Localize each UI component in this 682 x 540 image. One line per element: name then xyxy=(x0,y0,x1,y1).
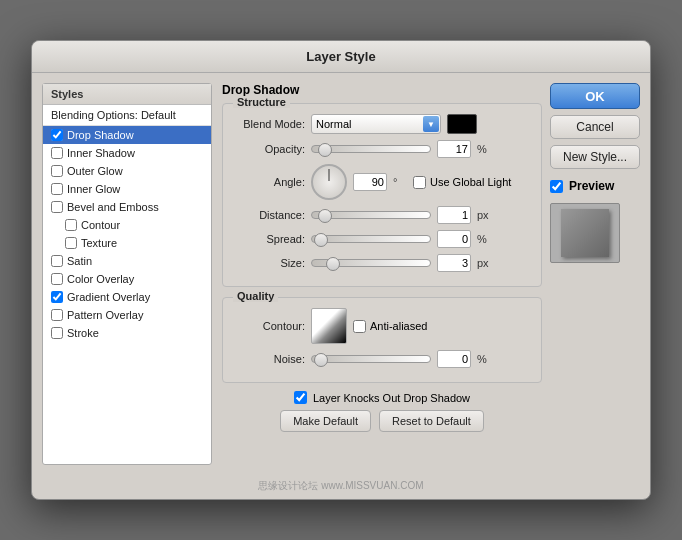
opacity-slider-thumb xyxy=(318,143,332,157)
size-row: Size: 3 px xyxy=(235,254,529,272)
layer-style-dialog: Layer Style Styles Blending Options: Def… xyxy=(31,40,651,500)
angle-input[interactable]: 90 xyxy=(353,173,387,191)
blend-mode-select-wrap[interactable]: Normal Multiply Screen xyxy=(311,114,441,134)
noise-input[interactable]: 0 xyxy=(437,350,471,368)
blend-mode-select[interactable]: Normal Multiply Screen xyxy=(311,114,441,134)
sidebar-item-drop-shadow[interactable]: Drop Shadow xyxy=(43,126,211,144)
contour-row: Contour: Anti-aliased xyxy=(235,308,529,344)
distance-row: Distance: 1 px xyxy=(235,206,529,224)
opacity-input[interactable]: 17 xyxy=(437,140,471,158)
sidebar-item-pattern-overlay[interactable]: Pattern Overlay xyxy=(43,306,211,324)
size-slider[interactable] xyxy=(311,259,431,267)
satin-checkbox[interactable] xyxy=(51,255,63,267)
blending-options-item[interactable]: Blending Options: Default xyxy=(43,105,211,126)
anti-aliased-checkbox[interactable] xyxy=(353,320,366,333)
noise-slider[interactable] xyxy=(311,355,431,363)
noise-label: Noise: xyxy=(235,353,305,365)
angle-dial[interactable] xyxy=(311,164,347,200)
stroke-checkbox[interactable] xyxy=(51,327,63,339)
angle-row: Angle: 90 ° Use Global Light xyxy=(235,164,529,200)
size-slider-thumb xyxy=(326,257,340,271)
spread-unit: % xyxy=(477,233,491,245)
noise-slider-thumb xyxy=(314,353,328,367)
cancel-button[interactable]: Cancel xyxy=(550,115,640,139)
quality-title: Quality xyxy=(233,290,278,302)
preview-box xyxy=(550,203,620,263)
texture-checkbox[interactable] xyxy=(65,237,77,249)
size-label: Size: xyxy=(235,257,305,269)
bottom-area: Layer Knocks Out Drop Shadow Make Defaul… xyxy=(222,391,542,432)
sidebar-item-inner-shadow[interactable]: Inner Shadow xyxy=(43,144,211,162)
blend-mode-label: Blend Mode: xyxy=(235,118,305,130)
blend-mode-row: Blend Mode: Normal Multiply Screen xyxy=(235,114,529,134)
main-content: Drop Shadow Structure Blend Mode: Normal… xyxy=(222,83,542,465)
anti-alias-row: Anti-aliased xyxy=(353,320,427,333)
spread-slider-thumb xyxy=(314,233,328,247)
global-light-label: Use Global Light xyxy=(430,176,511,188)
gradient-overlay-checkbox[interactable] xyxy=(51,291,63,303)
sidebar-item-gradient-overlay[interactable]: Gradient Overlay xyxy=(43,288,211,306)
new-style-button[interactable]: New Style... xyxy=(550,145,640,169)
distance-unit: px xyxy=(477,209,491,221)
distance-label: Distance: xyxy=(235,209,305,221)
right-and-buttons: Drop Shadow Structure Blend Mode: Normal… xyxy=(222,83,640,465)
sidebar-item-outer-glow[interactable]: Outer Glow xyxy=(43,162,211,180)
distance-input[interactable]: 1 xyxy=(437,206,471,224)
layer-knocks-checkbox[interactable] xyxy=(294,391,307,404)
layer-knocks-label: Layer Knocks Out Drop Shadow xyxy=(313,392,470,404)
styles-header: Styles xyxy=(43,84,211,105)
size-unit: px xyxy=(477,257,491,269)
spread-input[interactable]: 0 xyxy=(437,230,471,248)
angle-line xyxy=(329,169,330,181)
spread-label: Spread: xyxy=(235,233,305,245)
sidebar-item-stroke[interactable]: Stroke xyxy=(43,324,211,342)
bevel-emboss-checkbox[interactable] xyxy=(51,201,63,213)
angle-label: Angle: xyxy=(235,176,305,188)
contour-thumbnail[interactable] xyxy=(311,308,347,344)
pattern-overlay-checkbox[interactable] xyxy=(51,309,63,321)
ok-button[interactable]: OK xyxy=(550,83,640,109)
sidebar-item-color-overlay[interactable]: Color Overlay xyxy=(43,270,211,288)
layer-knocks-row: Layer Knocks Out Drop Shadow xyxy=(222,391,542,404)
global-light-row: Use Global Light xyxy=(413,176,511,189)
footer-text: 思缘设计论坛 www.MISSVUAN.COM xyxy=(32,475,650,499)
anti-aliased-label: Anti-aliased xyxy=(370,320,427,332)
sidebar-item-texture[interactable]: Texture xyxy=(43,234,211,252)
inner-shadow-checkbox[interactable] xyxy=(51,147,63,159)
opacity-slider[interactable] xyxy=(311,145,431,153)
bottom-buttons-row: Make Default Reset to Default xyxy=(222,410,542,432)
buttons-column: OK Cancel New Style... Preview xyxy=(550,83,640,465)
global-light-checkbox[interactable] xyxy=(413,176,426,189)
opacity-label: Opacity: xyxy=(235,143,305,155)
left-panel: Styles Blending Options: Default Drop Sh… xyxy=(42,83,212,465)
distance-slider-thumb xyxy=(318,209,332,223)
make-default-button[interactable]: Make Default xyxy=(280,410,371,432)
reset-to-default-button[interactable]: Reset to Default xyxy=(379,410,484,432)
quality-box: Quality Contour: Anti-aliased Noise: xyxy=(222,297,542,383)
color-overlay-checkbox[interactable] xyxy=(51,273,63,285)
spread-row: Spread: 0 % xyxy=(235,230,529,248)
contour-checkbox[interactable] xyxy=(65,219,77,231)
size-input[interactable]: 3 xyxy=(437,254,471,272)
sidebar-item-bevel-emboss[interactable]: Bevel and Emboss xyxy=(43,198,211,216)
dialog-title: Layer Style xyxy=(32,41,650,73)
distance-slider[interactable] xyxy=(311,211,431,219)
outer-glow-checkbox[interactable] xyxy=(51,165,63,177)
preview-label: Preview xyxy=(569,179,614,193)
structure-title: Structure xyxy=(233,96,290,108)
inner-glow-checkbox[interactable] xyxy=(51,183,63,195)
contour-label: Contour: xyxy=(235,320,305,332)
sidebar-item-satin[interactable]: Satin xyxy=(43,252,211,270)
section-drop-shadow-label: Drop Shadow xyxy=(222,83,542,97)
preview-inner xyxy=(561,209,609,257)
sidebar-item-inner-glow[interactable]: Inner Glow xyxy=(43,180,211,198)
structure-box: Structure Blend Mode: Normal Multiply Sc… xyxy=(222,103,542,287)
drop-shadow-checkbox[interactable] xyxy=(51,129,63,141)
angle-unit: ° xyxy=(393,176,407,188)
opacity-unit: % xyxy=(477,143,491,155)
noise-row: Noise: 0 % xyxy=(235,350,529,368)
preview-checkbox[interactable] xyxy=(550,180,563,193)
sidebar-item-contour[interactable]: Contour xyxy=(43,216,211,234)
blend-color-swatch[interactable] xyxy=(447,114,477,134)
spread-slider[interactable] xyxy=(311,235,431,243)
